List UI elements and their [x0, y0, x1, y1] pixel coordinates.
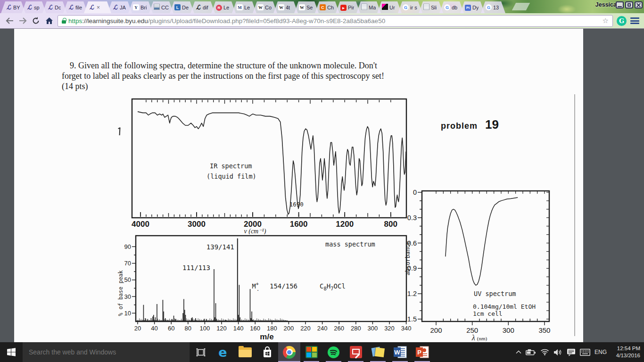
taskbar-app-store[interactable]	[256, 342, 278, 362]
tab-dif[interactable]: ℒdif	[190, 1, 215, 13]
battery-icon[interactable]	[526, 349, 536, 355]
tab-list: ℒBYℒspℒDcℒfileℒ×ℒJAYBriCCLDeℒdifRLeMLeWC…	[1, 0, 512, 13]
tab-13[interactable]: G13	[481, 1, 505, 13]
action-center-icon[interactable]	[567, 348, 576, 356]
taskbar-app-red-app[interactable]	[345, 342, 367, 362]
tab-JA[interactable]: ℒJA	[107, 1, 132, 13]
taskbar-app-chrome[interactable]	[278, 342, 300, 362]
chrome-menu-icon[interactable]	[630, 17, 639, 24]
ms-frame	[136, 236, 406, 321]
office-icon	[305, 346, 318, 358]
taskbar-apps: eWP	[212, 342, 433, 362]
start-button[interactable]	[0, 342, 23, 362]
tab-file[interactable]: ℒfile	[63, 1, 88, 13]
tab-label: Pir	[348, 5, 354, 10]
refresh-button[interactable]	[31, 16, 41, 25]
cc-favicon	[154, 4, 160, 11]
tab-De[interactable]: LDe	[170, 1, 194, 13]
tab-label: Ur	[389, 5, 395, 10]
byu-favicon: Y	[133, 4, 139, 11]
ms-x-tick-label: 60	[168, 325, 174, 332]
tray-chevron-icon[interactable]	[516, 350, 521, 354]
taskbar-search[interactable]	[23, 342, 190, 362]
ms-x-axis-label: m/e	[260, 332, 273, 341]
back-button[interactable]	[5, 16, 14, 25]
tab-db[interactable]: Gdb	[439, 1, 464, 13]
tab-label: Ch	[327, 5, 334, 10]
address-bar[interactable]: https ://learningsuite.byu.edu /plugins/…	[58, 15, 613, 27]
url-host: ://learningsuite.byu.edu	[82, 17, 148, 25]
tab-Co[interactable]: WCo	[253, 1, 277, 13]
orangec-favicon: C	[320, 4, 326, 11]
tab-label: db	[452, 5, 457, 10]
ms-x-tick-label: 320	[384, 325, 395, 332]
maximize-button[interactable]	[625, 1, 633, 8]
close-button[interactable]	[635, 1, 643, 8]
tab-ir s[interactable]: Gir s	[398, 1, 422, 13]
close-tab-icon[interactable]: ×	[97, 5, 100, 10]
ms-x-tick-label: 220	[300, 325, 311, 332]
https-padlock-icon	[62, 20, 66, 24]
tab-active[interactable]: ℒ×	[84, 1, 111, 13]
task-view-button[interactable]	[190, 342, 212, 362]
url-text: https ://learningsuite.byu.edu /plugins/…	[68, 17, 600, 25]
url-path: /plugins/Upload/fileDownload.php?fileId=…	[148, 17, 600, 25]
taskbar-app-file-explorer[interactable]	[234, 342, 256, 362]
taskbar-app-spotify[interactable]	[322, 342, 345, 362]
new-tab-button[interactable]	[512, 3, 530, 10]
bookmark-star-icon[interactable]: ☆	[603, 16, 609, 25]
taskbar-app-office[interactable]	[300, 342, 322, 362]
word-icon: W	[394, 346, 407, 358]
tab-Dc[interactable]: ℒDc	[42, 1, 67, 13]
tab-label: sp	[34, 5, 40, 10]
ms-x-tick-label: 280	[351, 325, 361, 332]
doc-favicon	[423, 4, 429, 11]
tab-CC[interactable]: CC	[149, 1, 173, 13]
tab-Pir[interactable]: ▶Pir	[336, 1, 360, 13]
tab-Ch[interactable]: CCh	[315, 1, 339, 13]
problem-number-label: problem19	[441, 117, 499, 132]
ms-label-molecular-mass: 154/156	[270, 282, 297, 290]
tab-4t[interactable]: W4t	[273, 1, 298, 13]
taskbar-app-edge[interactable]: e	[212, 342, 234, 362]
tab-Le[interactable]: MLe	[232, 1, 256, 13]
ir-subtitle: (liquid film)	[206, 173, 256, 180]
taskbar-clock[interactable]: 12:54 PM 4/13/2016	[611, 345, 640, 359]
problem-text-line3: (14 pts)	[62, 82, 88, 91]
tab-Dy[interactable]: PtDy	[460, 1, 485, 13]
search-input[interactable]	[23, 342, 190, 362]
taskbar-app-powerpoint[interactable]: P	[411, 342, 433, 362]
desktop-screen: ℒBYℒspℒDcℒfileℒ×ℒJAYBriCCLDeℒdifRLeMLeWC…	[0, 0, 644, 362]
ms-x-tick-label: 20	[134, 325, 141, 332]
tab-Se[interactable]: WSe	[294, 1, 319, 13]
tab-Ur[interactable]: Ur	[377, 1, 402, 13]
volume-icon[interactable]	[553, 349, 562, 356]
ms-y-tick-label: 90	[124, 243, 131, 250]
tab-label: De	[182, 5, 189, 10]
bluel-favicon: L	[174, 4, 181, 11]
ir-x-tick-label: 4000	[132, 220, 149, 229]
taskbar-app-sticky-notes[interactable]	[367, 342, 389, 362]
taskbar-app-word[interactable]: W	[389, 342, 411, 362]
wifi-icon[interactable]	[540, 349, 549, 355]
tab-sp[interactable]: ℒsp	[22, 1, 46, 13]
uv-y-tick-label: 1.5	[407, 315, 417, 323]
tab-Ma[interactable]: Ma	[356, 1, 381, 13]
tab-label: ir s	[410, 5, 417, 10]
touch-keyboard-icon[interactable]	[580, 349, 590, 356]
minimize-button[interactable]	[616, 1, 624, 8]
ir-curve	[138, 112, 406, 214]
browser-toolbar: https ://learningsuite.byu.edu /plugins/…	[0, 13, 644, 29]
tab-label: Le	[223, 5, 229, 10]
tab-BY[interactable]: ℒBY	[1, 1, 25, 13]
tab-Sli[interactable]: Sli	[419, 1, 443, 13]
forward-button[interactable]	[18, 16, 27, 25]
scan-line-artifact	[574, 94, 575, 336]
language-indicator[interactable]: ENG	[594, 349, 607, 355]
tab-Bri[interactable]: YBri	[128, 1, 153, 13]
ms-label-base-peak: 139/141	[206, 243, 234, 251]
url-scheme: https	[68, 17, 82, 25]
home-button[interactable]	[44, 16, 54, 25]
grammarly-extension-icon[interactable]: G	[617, 16, 627, 26]
tab-Le[interactable]: RLe	[211, 1, 236, 13]
